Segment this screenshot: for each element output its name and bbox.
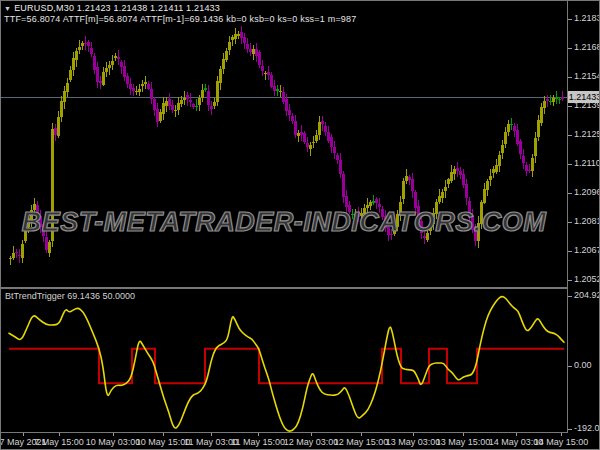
time-axis-tick	[163, 433, 164, 436]
price-axis-tick	[568, 164, 572, 165]
time-axis-tick	[113, 433, 114, 436]
trigger-step-line	[9, 349, 564, 384]
price-axis-tick	[568, 19, 572, 20]
time-axis-tick	[211, 433, 212, 436]
price-axis-label: 1.21540	[574, 71, 600, 81]
symbol-ohlc-line: ▼EURUSD,M30 1.21423 1.21438 1.21411 1.21…	[4, 3, 220, 13]
price-axis-label: 1.20525	[574, 274, 600, 284]
price-chart-area[interactable]	[1, 1, 567, 288]
candlestick-chart[interactable]	[1, 1, 567, 288]
price-axis-tick	[568, 222, 572, 223]
oscillator-chart[interactable]	[1, 289, 567, 433]
indicator-axis-tick	[568, 296, 572, 297]
panel-separator[interactable]	[1, 287, 600, 289]
price-axis-label: 1.21105	[574, 158, 600, 168]
price-axis-tick	[568, 77, 572, 78]
time-axis-tick	[258, 433, 259, 436]
watermark-text: BEST-METATRADER-INDICATORS.COM	[1, 207, 567, 238]
price-axis-label: 1.21830	[574, 13, 600, 23]
price-axis-tick	[568, 106, 572, 107]
indicator-axis-label: -192.0817	[574, 423, 600, 433]
time-axis-tick	[361, 433, 362, 436]
time-axis-tick	[23, 433, 24, 436]
time-axis-tick	[59, 433, 60, 436]
price-axis[interactable]: 1.21433 1.218301.216851.215401.213951.21…	[567, 1, 600, 433]
price-axis-label: 1.20815	[574, 216, 600, 226]
ttf-oscillator-line	[9, 297, 564, 432]
chart-collapse-caret[interactable]: ▼	[4, 5, 11, 12]
indicator-axis-label: 204.923	[574, 290, 600, 300]
price-axis-tick	[568, 135, 572, 136]
mt4-chart-window: ▼EURUSD,M30 1.21423 1.21438 1.21411 1.21…	[0, 0, 600, 450]
time-axis-tick	[463, 433, 464, 436]
time-axis[interactable]: 7 May 20217 May 15:0010 May 03:0010 May …	[1, 434, 600, 450]
time-axis-tick	[311, 433, 312, 436]
price-axis-label: 1.20960	[574, 187, 600, 197]
price-axis-tick	[568, 48, 572, 49]
price-axis-label: 1.21250	[574, 129, 600, 139]
price-axis-label: 1.20670	[574, 245, 600, 255]
indicator-name-label: BtTrendTrigger 69.1436 50.0000	[5, 291, 135, 301]
price-axis-tick	[568, 280, 572, 281]
price-axis-label: 1.21685	[574, 42, 600, 52]
indicator-axis-label: 0.00	[574, 360, 592, 370]
price-axis-tick	[568, 251, 572, 252]
time-axis-label: 14 May 15:00	[516, 437, 600, 447]
price-axis-tick	[568, 193, 572, 194]
symbol-ohlc-text: EURUSD,M30 1.21423 1.21438 1.21411 1.214…	[14, 3, 220, 13]
time-axis-separator	[1, 432, 600, 433]
current-price-box: 1.21433	[568, 91, 600, 103]
indicator-panel[interactable]	[1, 289, 567, 433]
indicator-axis-tick	[568, 366, 572, 367]
time-axis-tick	[561, 433, 562, 436]
ttf-values-line: TTF=56.8074 ATTF[m]=56.8074 ATTF[m-1]=69…	[4, 14, 356, 24]
time-axis-tick	[516, 433, 517, 436]
indicator-axis-tick	[568, 429, 572, 430]
time-axis-tick	[413, 433, 414, 436]
